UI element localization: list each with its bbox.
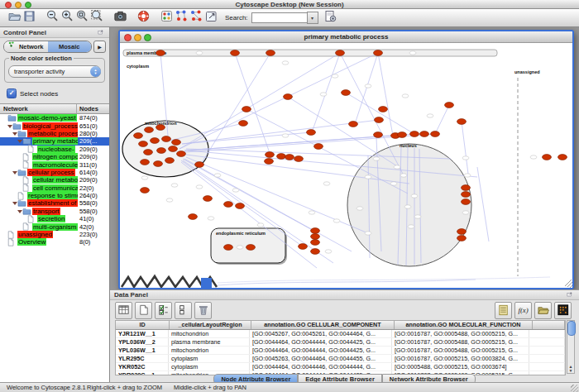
network-node[interactable] <box>462 192 471 198</box>
network-node[interactable] <box>398 132 407 138</box>
tree-row[interactable]: biological_process651(0) <box>0 122 109 129</box>
search-dropdown-button[interactable]: ▾ <box>307 12 318 24</box>
help-icon[interactable] <box>136 9 151 24</box>
select-nodes-checkbox[interactable]: ✓ <box>7 88 17 98</box>
network-node[interactable] <box>311 249 320 255</box>
formula-icon[interactable]: f(x) <box>514 302 532 319</box>
table-row[interactable]: YPL036W__2plasma membrane[GO:0044464, GO… <box>116 338 565 347</box>
zoom-fit-icon[interactable] <box>74 9 89 24</box>
region-mitochondrion[interactable] <box>122 121 208 177</box>
table-row[interactable]: YPL036W__1mitochondrion[GO:0044464, GO:0… <box>116 347 565 355</box>
tree-row[interactable]: metabolic process280(0) <box>0 130 109 137</box>
zoom-in-icon[interactable] <box>60 9 74 24</box>
tree-row[interactable]: response to stimulu264(0) <box>0 192 109 199</box>
network-label-node[interactable] <box>427 114 433 117</box>
minimize-icon[interactable] <box>134 34 141 41</box>
unhide-selected-icon[interactable] <box>189 9 203 24</box>
network-node[interactable] <box>195 162 204 168</box>
network-node[interactable] <box>410 131 419 137</box>
network-label-node[interactable] <box>356 207 363 210</box>
network-node[interactable] <box>242 107 251 112</box>
network-node[interactable] <box>134 133 143 139</box>
network-node[interactable] <box>311 228 320 234</box>
network-node[interactable] <box>169 146 178 152</box>
network-node[interactable] <box>236 203 245 209</box>
network-node[interactable] <box>165 158 175 164</box>
network-node[interactable] <box>177 151 186 157</box>
network-node[interactable] <box>445 103 454 108</box>
tree-row[interactable]: mosaic-demo-yeast874(0) <box>0 114 109 122</box>
network-node[interactable] <box>299 244 308 250</box>
network-node[interactable] <box>151 138 160 144</box>
close-icon[interactable] <box>124 34 132 41</box>
tree-col-network[interactable]: Network <box>0 104 77 113</box>
network-label-node[interactable] <box>414 215 421 218</box>
snapshot-icon[interactable] <box>112 9 127 24</box>
expander-icon[interactable] <box>17 208 22 215</box>
column-header[interactable]: annotation.GO CELLULAR_COMPONENT <box>251 321 395 329</box>
window-resize-grip[interactable] <box>565 280 572 288</box>
column-header[interactable]: _cellularLayoutRegion <box>170 321 251 329</box>
network-node[interactable] <box>374 50 383 56</box>
network-node[interactable] <box>277 154 286 160</box>
network-node[interactable] <box>157 148 166 154</box>
network-label-node[interactable] <box>171 184 178 187</box>
network-node[interactable] <box>284 94 293 100</box>
network-node[interactable] <box>145 127 154 133</box>
network-label-node[interactable] <box>365 175 371 179</box>
network-label-node[interactable] <box>208 217 214 220</box>
tree-row[interactable]: cellular metabo209(0) <box>0 176 109 184</box>
network-label-node[interactable] <box>408 225 414 228</box>
select-attributes-icon[interactable] <box>155 302 172 319</box>
maximize-icon[interactable] <box>144 34 151 41</box>
network-label-node[interactable] <box>214 174 221 177</box>
network-label-node[interactable] <box>365 84 371 88</box>
column-header[interactable]: ID <box>116 321 170 329</box>
network-label-node[interactable] <box>394 165 400 169</box>
network-label-node[interactable] <box>166 198 173 202</box>
network-label-node[interactable] <box>462 156 469 160</box>
network-label-node[interactable] <box>409 51 416 55</box>
network-label-node[interactable] <box>402 94 409 98</box>
float-panel-icon[interactable] <box>98 29 106 36</box>
tab-network[interactable]: Network <box>4 41 48 52</box>
expander-icon[interactable] <box>7 122 12 130</box>
tree-row[interactable]: cell communicat22(0) <box>0 184 109 192</box>
unselect-attributes-icon[interactable] <box>175 302 192 319</box>
network-node[interactable] <box>141 188 150 194</box>
network-node[interactable] <box>462 199 471 205</box>
table-icon[interactable] <box>115 302 132 319</box>
network-node[interactable] <box>203 196 213 202</box>
tree-row[interactable]: unassigned223(0) <box>0 231 109 238</box>
network-node[interactable] <box>265 159 274 165</box>
tree-row[interactable]: primary metabo209(... <box>0 137 109 145</box>
network-node[interactable] <box>156 50 165 56</box>
network-window[interactable]: primary metabolic process plasma membran… <box>118 30 574 289</box>
network-node[interactable] <box>379 107 388 112</box>
tab-mosaic[interactable]: Mosaic <box>48 41 92 52</box>
network-label-node[interactable] <box>282 134 289 137</box>
network-label-node[interactable] <box>257 223 264 227</box>
network-label-node[interactable] <box>237 246 243 249</box>
table-row[interactable]: YJR121W__1mitochondrion[GO:0045267, GO:0… <box>116 330 565 338</box>
network-label-node[interactable] <box>462 211 469 214</box>
network-label-node[interactable] <box>323 182 330 185</box>
network-node[interactable] <box>311 234 320 240</box>
network-label-node[interactable] <box>333 219 340 222</box>
network-label-node[interactable] <box>365 232 371 235</box>
network-node[interactable] <box>457 119 467 125</box>
search-options-icon[interactable] <box>323 9 338 24</box>
network-node[interactable] <box>336 50 345 56</box>
network-node[interactable] <box>231 50 240 56</box>
network-node[interactable] <box>314 144 323 150</box>
network-node[interactable] <box>224 202 233 208</box>
network-node[interactable] <box>307 130 316 136</box>
network-label-node[interactable] <box>390 182 397 185</box>
open-icon[interactable] <box>7 9 22 24</box>
table-row[interactable]: YKR052Ccytoplasm[GO:0044464, GO:0044446,… <box>116 363 565 371</box>
tree-row[interactable]: transport558(0) <box>0 208 109 215</box>
network-node[interactable] <box>172 140 181 146</box>
save-icon[interactable] <box>22 9 36 24</box>
scrollbar-thumb[interactable] <box>567 321 576 336</box>
tree-row[interactable]: multi-organism pro42(0) <box>0 222 109 230</box>
